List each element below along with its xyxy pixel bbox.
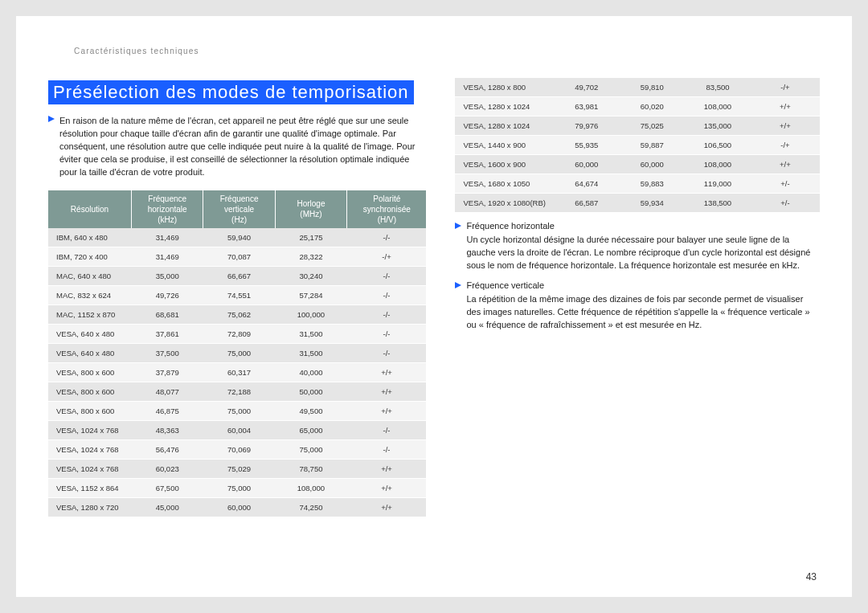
table-cell: 75,000 (275, 439, 346, 459)
table-cell: 48,077 (132, 382, 203, 401)
title-wrap: Présélection des modes de temporisation (48, 80, 426, 105)
table-cell: VESA, 1280 x 1024 (455, 97, 553, 116)
table-cell: VESA, 1280 x 720 (48, 497, 132, 517)
table-cell: 75,000 (203, 343, 275, 362)
bullet-icon (48, 115, 59, 179)
table-cell: +/+ (347, 382, 427, 401)
table-cell: 45,000 (132, 497, 203, 517)
table-cell: 108,000 (275, 478, 346, 497)
freq-vertical-heading: Fréquence verticale (455, 280, 820, 290)
table-cell: 59,934 (620, 194, 686, 213)
table-cell: 75,000 (203, 478, 275, 497)
table-cell: 135,000 (685, 116, 751, 136)
table-cell: MAC, 640 x 480 (48, 266, 132, 285)
table-cell: VESA, 1024 x 768 (48, 420, 132, 439)
table-cell: 72,188 (203, 382, 275, 401)
table-cell: 119,000 (685, 174, 751, 194)
table-cell: 70,087 (203, 247, 275, 266)
left-column: Présélection des modes de temporisation … (48, 80, 426, 517)
table-cell: +/- (751, 194, 820, 213)
table-cell: 78,750 (275, 459, 346, 478)
content-columns: Présélection des modes de temporisation … (48, 80, 820, 517)
table-cell: 60,317 (203, 362, 275, 382)
table-cell: 60,020 (620, 97, 686, 116)
table-row: VESA, 1600 x 90060,00060,000108,000+/+ (455, 155, 820, 174)
table-cell: 66,667 (203, 266, 275, 285)
table-row: VESA, 1024 x 76848,36360,00465,000-/- (48, 420, 426, 439)
table-cell: 31,469 (132, 247, 203, 266)
table-cell: 67,500 (132, 478, 203, 497)
table-cell: 28,322 (275, 247, 346, 266)
table-cell: 74,250 (275, 497, 346, 517)
table-cell: 48,363 (132, 420, 203, 439)
table-row: VESA, 1024 x 76860,02375,02978,750+/+ (48, 459, 426, 478)
table-cell: 65,000 (275, 420, 346, 439)
table-cell: 50,000 (275, 382, 346, 401)
table-header-cell: Polarité synchronisée(H/V) (347, 190, 427, 228)
table-cell: 59,887 (620, 136, 686, 155)
table-cell: -/+ (751, 78, 820, 97)
table-cell: 108,000 (685, 155, 751, 174)
table-cell: VESA, 1024 x 768 (48, 439, 132, 459)
table-cell: VESA, 640 x 480 (48, 343, 132, 362)
table-cell: -/- (347, 266, 427, 285)
svg-marker-0 (48, 116, 55, 122)
table-cell: 46,875 (132, 401, 203, 420)
table-header-cell: Résolution (48, 190, 132, 228)
table-cell: VESA, 1600 x 900 (455, 155, 553, 174)
table-cell: 37,861 (132, 324, 203, 343)
table-cell: 49,702 (554, 78, 620, 97)
table-cell: +/+ (347, 362, 427, 382)
freq-vertical-text: La répétition de la même image des dizai… (466, 293, 820, 332)
table-row: VESA, 640 x 48037,50075,00031,500-/- (48, 343, 426, 362)
table-cell: 75,000 (203, 401, 275, 420)
table-cell: 37,500 (132, 343, 203, 362)
table-row: VESA, 1152 x 86467,50075,000108,000+/+ (48, 478, 426, 497)
table-row: VESA, 1680 x 105064,67459,883119,000+/- (455, 174, 820, 194)
table-cell: 59,940 (203, 228, 275, 247)
intro-block: En raison de la nature même de l'écran, … (48, 115, 426, 179)
table-cell: -/- (347, 324, 427, 343)
table-row: VESA, 1280 x 72045,00060,00074,250+/+ (48, 497, 426, 517)
table-cell: 70,069 (203, 439, 275, 459)
table-header-cell: Horloge(MHz) (275, 190, 346, 228)
table-header-cell: Fréquence horizontale(kHz) (132, 190, 203, 228)
table-cell: 72,809 (203, 324, 275, 343)
table-row: VESA, 1920 x 1080(RB)66,58759,934138,500… (455, 194, 820, 213)
table-cell: IBM, 640 x 480 (48, 228, 132, 247)
bullet-icon (455, 221, 466, 231)
table-cell: VESA, 1280 x 1024 (455, 116, 553, 136)
table-cell: 57,284 (275, 285, 346, 304)
table-cell: +/- (751, 174, 820, 194)
table-cell: 25,175 (275, 228, 346, 247)
table-cell: +/+ (347, 401, 427, 420)
table-cell: VESA, 1152 x 864 (48, 478, 132, 497)
table-cell: 60,000 (554, 155, 620, 174)
table-cell: -/- (347, 343, 427, 362)
document-page: Caractéristiques techniques Présélection… (16, 16, 852, 597)
svg-marker-2 (455, 282, 461, 288)
table-cell: -/- (347, 285, 427, 304)
table-row: VESA, 1024 x 76856,47670,06975,000-/- (48, 439, 426, 459)
table-cell: 49,500 (275, 401, 346, 420)
table-header-cell: Fréquence verticale(Hz) (203, 190, 275, 228)
table-cell: 75,025 (620, 116, 686, 136)
table-cell: -/- (347, 228, 427, 247)
table-cell: -/+ (751, 136, 820, 155)
table-cell: VESA, 640 x 480 (48, 324, 132, 343)
table-cell: 40,000 (275, 362, 346, 382)
table-row: VESA, 1440 x 90055,93559,887106,500-/+ (455, 136, 820, 155)
table-cell: 35,000 (132, 266, 203, 285)
table-cell: 64,674 (554, 174, 620, 194)
table-cell: 74,551 (203, 285, 275, 304)
table-cell: 60,000 (203, 497, 275, 517)
table-cell: -/- (347, 439, 427, 459)
table-cell: -/- (347, 304, 427, 324)
page-number: 43 (806, 571, 817, 582)
table-cell: VESA, 800 x 600 (48, 382, 132, 401)
table-cell: +/+ (751, 116, 820, 136)
table-cell: +/+ (347, 497, 427, 517)
table-row: MAC, 640 x 48035,00066,66730,240-/- (48, 266, 426, 285)
table-row: VESA, 800 x 60048,07772,18850,000+/+ (48, 382, 426, 401)
table-cell: IBM, 720 x 400 (48, 247, 132, 266)
